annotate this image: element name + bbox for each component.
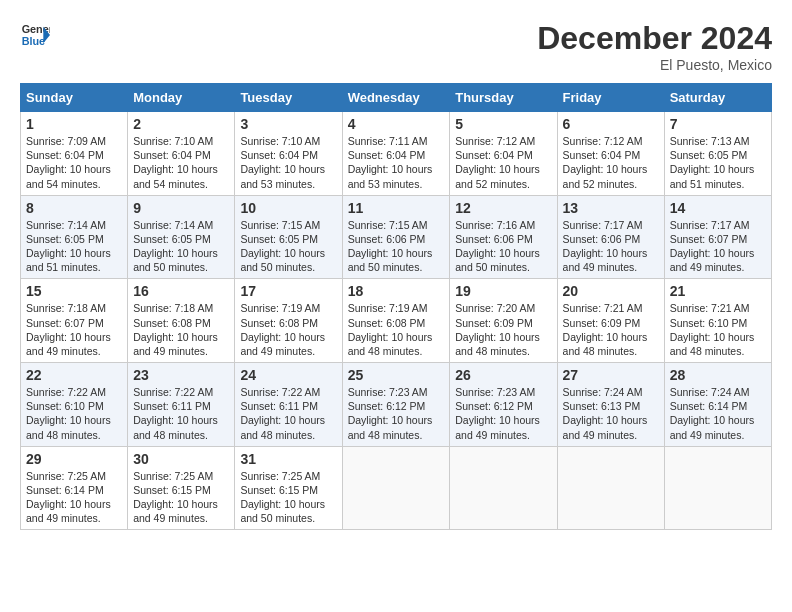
calendar-week-3: 15Sunrise: 7:18 AM Sunset: 6:07 PM Dayli…	[21, 279, 772, 363]
calendar-table: SundayMondayTuesdayWednesdayThursdayFrid…	[20, 83, 772, 530]
calendar-cell: 14Sunrise: 7:17 AM Sunset: 6:07 PM Dayli…	[664, 195, 771, 279]
day-number: 15	[26, 283, 122, 299]
calendar-cell: 27Sunrise: 7:24 AM Sunset: 6:13 PM Dayli…	[557, 363, 664, 447]
calendar-header-saturday: Saturday	[664, 84, 771, 112]
calendar-cell: 23Sunrise: 7:22 AM Sunset: 6:11 PM Dayli…	[128, 363, 235, 447]
calendar-cell	[342, 446, 450, 530]
day-number: 10	[240, 200, 336, 216]
day-number: 16	[133, 283, 229, 299]
day-info: Sunrise: 7:25 AM Sunset: 6:15 PM Dayligh…	[133, 469, 229, 526]
calendar-cell: 24Sunrise: 7:22 AM Sunset: 6:11 PM Dayli…	[235, 363, 342, 447]
day-info: Sunrise: 7:11 AM Sunset: 6:04 PM Dayligh…	[348, 134, 445, 191]
day-info: Sunrise: 7:18 AM Sunset: 6:08 PM Dayligh…	[133, 301, 229, 358]
calendar-header-thursday: Thursday	[450, 84, 557, 112]
calendar-cell: 20Sunrise: 7:21 AM Sunset: 6:09 PM Dayli…	[557, 279, 664, 363]
day-number: 24	[240, 367, 336, 383]
day-number: 22	[26, 367, 122, 383]
day-number: 17	[240, 283, 336, 299]
day-number: 7	[670, 116, 766, 132]
calendar-header-row: SundayMondayTuesdayWednesdayThursdayFrid…	[21, 84, 772, 112]
day-info: Sunrise: 7:18 AM Sunset: 6:07 PM Dayligh…	[26, 301, 122, 358]
day-info: Sunrise: 7:19 AM Sunset: 6:08 PM Dayligh…	[348, 301, 445, 358]
day-number: 14	[670, 200, 766, 216]
day-info: Sunrise: 7:10 AM Sunset: 6:04 PM Dayligh…	[133, 134, 229, 191]
calendar-cell: 31Sunrise: 7:25 AM Sunset: 6:15 PM Dayli…	[235, 446, 342, 530]
calendar-cell	[557, 446, 664, 530]
day-number: 27	[563, 367, 659, 383]
calendar-cell: 8Sunrise: 7:14 AM Sunset: 6:05 PM Daylig…	[21, 195, 128, 279]
day-number: 21	[670, 283, 766, 299]
logo-icon: General Blue	[20, 20, 50, 50]
calendar-cell: 30Sunrise: 7:25 AM Sunset: 6:15 PM Dayli…	[128, 446, 235, 530]
day-info: Sunrise: 7:17 AM Sunset: 6:07 PM Dayligh…	[670, 218, 766, 275]
calendar-cell: 22Sunrise: 7:22 AM Sunset: 6:10 PM Dayli…	[21, 363, 128, 447]
day-number: 30	[133, 451, 229, 467]
calendar-cell: 19Sunrise: 7:20 AM Sunset: 6:09 PM Dayli…	[450, 279, 557, 363]
day-number: 4	[348, 116, 445, 132]
title-block: December 2024 El Puesto, Mexico	[537, 20, 772, 73]
day-number: 29	[26, 451, 122, 467]
day-info: Sunrise: 7:12 AM Sunset: 6:04 PM Dayligh…	[455, 134, 551, 191]
svg-text:Blue: Blue	[22, 35, 45, 47]
day-number: 25	[348, 367, 445, 383]
page-header: General Blue December 2024 El Puesto, Me…	[20, 20, 772, 73]
calendar-cell: 7Sunrise: 7:13 AM Sunset: 6:05 PM Daylig…	[664, 112, 771, 196]
calendar-cell: 26Sunrise: 7:23 AM Sunset: 6:12 PM Dayli…	[450, 363, 557, 447]
day-number: 19	[455, 283, 551, 299]
day-info: Sunrise: 7:15 AM Sunset: 6:05 PM Dayligh…	[240, 218, 336, 275]
day-info: Sunrise: 7:10 AM Sunset: 6:04 PM Dayligh…	[240, 134, 336, 191]
calendar-cell: 6Sunrise: 7:12 AM Sunset: 6:04 PM Daylig…	[557, 112, 664, 196]
calendar-cell: 11Sunrise: 7:15 AM Sunset: 6:06 PM Dayli…	[342, 195, 450, 279]
day-info: Sunrise: 7:24 AM Sunset: 6:14 PM Dayligh…	[670, 385, 766, 442]
day-info: Sunrise: 7:22 AM Sunset: 6:11 PM Dayligh…	[240, 385, 336, 442]
calendar-cell: 10Sunrise: 7:15 AM Sunset: 6:05 PM Dayli…	[235, 195, 342, 279]
calendar-cell: 9Sunrise: 7:14 AM Sunset: 6:05 PM Daylig…	[128, 195, 235, 279]
calendar-week-5: 29Sunrise: 7:25 AM Sunset: 6:14 PM Dayli…	[21, 446, 772, 530]
day-number: 6	[563, 116, 659, 132]
calendar-cell: 17Sunrise: 7:19 AM Sunset: 6:08 PM Dayli…	[235, 279, 342, 363]
day-number: 8	[26, 200, 122, 216]
day-info: Sunrise: 7:20 AM Sunset: 6:09 PM Dayligh…	[455, 301, 551, 358]
day-number: 9	[133, 200, 229, 216]
day-number: 26	[455, 367, 551, 383]
day-info: Sunrise: 7:23 AM Sunset: 6:12 PM Dayligh…	[455, 385, 551, 442]
day-info: Sunrise: 7:22 AM Sunset: 6:11 PM Dayligh…	[133, 385, 229, 442]
day-number: 11	[348, 200, 445, 216]
day-info: Sunrise: 7:14 AM Sunset: 6:05 PM Dayligh…	[133, 218, 229, 275]
day-number: 31	[240, 451, 336, 467]
day-info: Sunrise: 7:25 AM Sunset: 6:14 PM Dayligh…	[26, 469, 122, 526]
calendar-cell: 21Sunrise: 7:21 AM Sunset: 6:10 PM Dayli…	[664, 279, 771, 363]
day-info: Sunrise: 7:19 AM Sunset: 6:08 PM Dayligh…	[240, 301, 336, 358]
calendar-cell: 18Sunrise: 7:19 AM Sunset: 6:08 PM Dayli…	[342, 279, 450, 363]
day-number: 2	[133, 116, 229, 132]
calendar-cell	[450, 446, 557, 530]
calendar-header-tuesday: Tuesday	[235, 84, 342, 112]
calendar-cell: 3Sunrise: 7:10 AM Sunset: 6:04 PM Daylig…	[235, 112, 342, 196]
calendar-cell: 13Sunrise: 7:17 AM Sunset: 6:06 PM Dayli…	[557, 195, 664, 279]
calendar-week-1: 1Sunrise: 7:09 AM Sunset: 6:04 PM Daylig…	[21, 112, 772, 196]
calendar-cell: 15Sunrise: 7:18 AM Sunset: 6:07 PM Dayli…	[21, 279, 128, 363]
month-title: December 2024	[537, 20, 772, 57]
calendar-cell: 16Sunrise: 7:18 AM Sunset: 6:08 PM Dayli…	[128, 279, 235, 363]
day-number: 23	[133, 367, 229, 383]
day-number: 5	[455, 116, 551, 132]
calendar-header-monday: Monday	[128, 84, 235, 112]
day-info: Sunrise: 7:21 AM Sunset: 6:09 PM Dayligh…	[563, 301, 659, 358]
day-number: 12	[455, 200, 551, 216]
calendar-cell: 29Sunrise: 7:25 AM Sunset: 6:14 PM Dayli…	[21, 446, 128, 530]
calendar-cell	[664, 446, 771, 530]
day-info: Sunrise: 7:17 AM Sunset: 6:06 PM Dayligh…	[563, 218, 659, 275]
day-info: Sunrise: 7:23 AM Sunset: 6:12 PM Dayligh…	[348, 385, 445, 442]
day-number: 3	[240, 116, 336, 132]
day-number: 1	[26, 116, 122, 132]
day-info: Sunrise: 7:16 AM Sunset: 6:06 PM Dayligh…	[455, 218, 551, 275]
day-number: 28	[670, 367, 766, 383]
day-number: 13	[563, 200, 659, 216]
calendar-cell: 5Sunrise: 7:12 AM Sunset: 6:04 PM Daylig…	[450, 112, 557, 196]
day-info: Sunrise: 7:21 AM Sunset: 6:10 PM Dayligh…	[670, 301, 766, 358]
day-info: Sunrise: 7:09 AM Sunset: 6:04 PM Dayligh…	[26, 134, 122, 191]
day-info: Sunrise: 7:15 AM Sunset: 6:06 PM Dayligh…	[348, 218, 445, 275]
day-info: Sunrise: 7:25 AM Sunset: 6:15 PM Dayligh…	[240, 469, 336, 526]
calendar-week-2: 8Sunrise: 7:14 AM Sunset: 6:05 PM Daylig…	[21, 195, 772, 279]
day-info: Sunrise: 7:12 AM Sunset: 6:04 PM Dayligh…	[563, 134, 659, 191]
